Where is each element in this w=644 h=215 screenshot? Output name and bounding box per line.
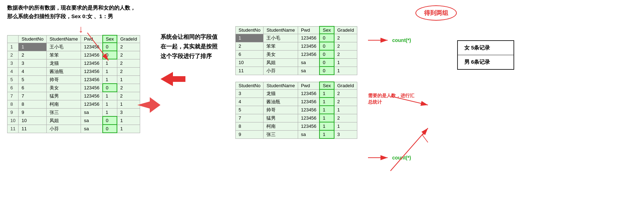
group1-table: StudentNo StudentName Pwd Sex GradeId 1 … — [235, 26, 357, 75]
td-studentno: 1 — [19, 43, 46, 51]
main-container: 数据表中的所有数据，现在要求的是男和女的的人数，那么系统会扫描性别字段，Sex … — [0, 0, 644, 215]
td-name: 张三 — [46, 108, 81, 116]
g2-td-name: 帅哥 — [264, 106, 298, 114]
g1-col-pwd: Pwd — [298, 26, 320, 34]
col-pwd: Pwd — [81, 35, 103, 43]
sys-desc-text: 系统会让相同的字段值 在一起，其实就是按照 这个字段进行了排序 — [160, 32, 218, 61]
td-gradeid: 1 — [117, 125, 140, 133]
col-sex: Sex — [103, 35, 117, 43]
td-name: 酱油瓶 — [46, 67, 81, 75]
g1-col-gradeid: GradeId — [334, 26, 357, 34]
g2-td-pwd: sa — [298, 130, 320, 138]
groups-tables-col: StudentNo StudentName Pwd Sex GradeId 1 … — [235, 26, 357, 139]
g2-td-studentno: 9 — [236, 130, 264, 138]
td-name: 凤姐 — [46, 116, 81, 125]
row-num: 6 — [7, 84, 19, 92]
g2-td-sex: 1 — [320, 122, 334, 130]
col-empty — [7, 35, 19, 43]
g1-td-gradeid: 2 — [334, 42, 357, 50]
td-name: 帅哥 — [46, 75, 81, 84]
row-num: 1 — [7, 43, 19, 51]
g2-td-name: 猛男 — [264, 114, 298, 122]
g1-td-gradeid: 2 — [334, 50, 357, 58]
g2-td-pwd: 123456 — [298, 98, 320, 106]
g1-td-pwd: 123456 — [298, 42, 320, 50]
td-pwd: 123456 — [81, 59, 103, 67]
g1-td-studentno: 2 — [236, 42, 264, 50]
td-pwd: sa — [81, 125, 103, 133]
g1-td-studentno: 1 — [236, 34, 264, 42]
td-pwd: 123456 — [81, 92, 103, 100]
g2-col-sex: Sex — [320, 82, 334, 89]
g2-td-sex: 1 — [320, 114, 334, 122]
td-pwd: 123456 — [81, 100, 103, 108]
td-gradeid: 2 — [117, 84, 140, 92]
td-gradeid: 2 — [117, 51, 140, 59]
row-num: 7 — [7, 92, 19, 100]
g2-td-studentno: 7 — [236, 114, 264, 122]
main-table: StudentNo StudentName Pwd Sex GradeId 1 … — [7, 35, 140, 133]
g1-td-pwd: 123456 — [298, 34, 320, 42]
right-section: 得到两组 StudentNo StudentName Pwd Sex Grade… — [235, 4, 637, 161]
td-name: 王小毛 — [46, 43, 81, 51]
td-sex: 0 — [103, 84, 117, 92]
td-sex: 1 — [103, 75, 117, 84]
g2-col-studentname: StudentName — [264, 82, 298, 89]
td-name: 柯南 — [46, 100, 81, 108]
td-studentno: 11 — [19, 125, 46, 133]
g1-td-sex: 0 — [320, 42, 334, 50]
row-num: 9 — [7, 108, 19, 116]
td-sex: 1 — [103, 100, 117, 108]
count-label-bottom: count(*) — [368, 154, 418, 161]
g1-td-name: 笨笨 — [264, 42, 298, 50]
row-num: 4 — [7, 67, 19, 75]
two-groups-label: 得到两组 — [415, 5, 457, 21]
g1-td-gradeid: 2 — [334, 34, 357, 42]
g2-td-pwd: 123456 — [298, 122, 320, 130]
td-name: 龙猫 — [46, 59, 81, 67]
td-gradeid: 1 — [117, 116, 140, 125]
g2-td-gradeid: 2 — [334, 114, 357, 122]
td-studentno: 3 — [19, 59, 46, 67]
col-studentno: StudentNo — [19, 35, 46, 43]
td-pwd: 123456 — [81, 67, 103, 75]
g2-col-gradeid: GradeId — [334, 82, 357, 89]
g1-td-name: 小芬 — [264, 67, 298, 75]
result-box: 女 5条记录 男 6条记录 — [457, 40, 514, 70]
g1-td-pwd: sa — [298, 58, 320, 67]
g2-col-studentno: StudentNo — [236, 82, 264, 89]
row-num: 11 — [7, 125, 19, 133]
g2-td-name: 张三 — [264, 130, 298, 138]
g1-td-name: 王小毛 — [264, 34, 298, 42]
g2-td-studentno: 5 — [236, 106, 264, 114]
g2-td-studentno: 8 — [236, 122, 264, 130]
td-studentno: 4 — [19, 67, 46, 75]
result-female: 女 5条记录 — [458, 41, 513, 55]
g2-td-name: 柯南 — [264, 122, 298, 130]
middle-section: 系统会让相同的字段值 在一起，其实就是按照 这个字段进行了排序 — [160, 4, 232, 86]
g2-td-gradeid: 1 — [334, 106, 357, 114]
g1-td-sex: 0 — [320, 50, 334, 58]
td-pwd: 123456 — [81, 75, 103, 84]
row-num: 10 — [7, 116, 19, 125]
g2-td-pwd: 123456 — [298, 106, 320, 114]
g2-col-pwd: Pwd — [298, 82, 320, 89]
td-sex: 1 — [103, 108, 117, 116]
col-gradeid: GradeId — [117, 35, 140, 43]
down-arrow-icon: ↓ — [78, 24, 83, 34]
g1-col-studentname: StudentName — [264, 26, 298, 34]
g1-td-name: 凤姐 — [264, 58, 298, 67]
group1-container: StudentNo StudentName Pwd Sex GradeId 1 … — [235, 26, 357, 75]
td-sex: 0 — [103, 43, 117, 51]
col-studentname: StudentName — [46, 35, 81, 43]
g2-td-studentno: 3 — [236, 89, 264, 98]
td-pwd: sa — [81, 108, 103, 116]
td-studentno: 2 — [19, 51, 46, 59]
g1-td-studentno: 11 — [236, 67, 264, 75]
td-pwd: 123456 — [81, 51, 103, 59]
g1-td-sex: 0 — [320, 34, 334, 42]
row-num: 5 — [7, 75, 19, 84]
g1-col-sex: Sex — [320, 26, 334, 34]
g2-td-pwd: 123456 — [298, 89, 320, 98]
g2-td-sex: 1 — [320, 89, 334, 98]
